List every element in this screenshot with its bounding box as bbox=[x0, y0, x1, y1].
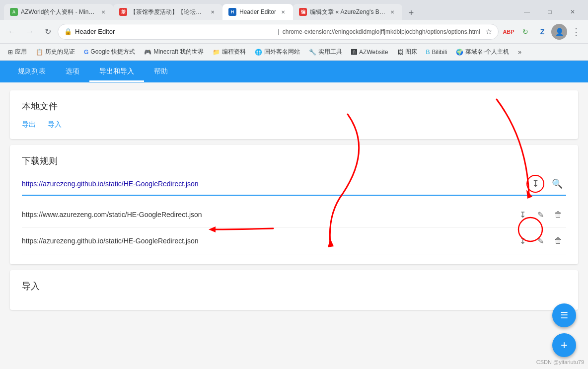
domain-favicon: 🌍 bbox=[456, 49, 463, 56]
url-text: chrome-extension://eningockdidmgiojffjmk… bbox=[283, 28, 482, 35]
local-file-title: 本地文件 bbox=[22, 100, 566, 112]
bookmark-domain[interactable]: 🌍 菜域名-个人主机 bbox=[452, 46, 513, 58]
imgbed-favicon: 🖼 bbox=[397, 49, 403, 56]
bookmark-label-google: Google 快捷方式 bbox=[90, 48, 135, 56]
bookmark-label-azwebsite: AZWebsite bbox=[359, 49, 388, 56]
bookmark-label-mc: Minecraft 我的世界 bbox=[153, 48, 204, 56]
url-bar[interactable]: 🔒 Header Editor | chrome-extension://eni… bbox=[58, 24, 499, 40]
bookmark-star-icon[interactable]: ☆ bbox=[485, 27, 492, 36]
minimize-button[interactable]: — bbox=[515, 4, 538, 20]
bookmark-foreign[interactable]: 🌐 国外客名网站 bbox=[251, 46, 304, 58]
import-title: 导入 bbox=[22, 280, 566, 292]
bookmark-label-imgbed: 图床 bbox=[405, 48, 417, 56]
nav-help-label: 帮助 bbox=[154, 67, 168, 75]
bookmark-azwebsite[interactable]: 🅰 AZWebsite bbox=[347, 47, 392, 58]
download-rules-title: 下载规则 bbox=[22, 155, 566, 167]
tab-label-4: 编辑文章 « AzureZeng's Blog -... bbox=[310, 8, 385, 16]
new-tab-button[interactable]: + bbox=[404, 6, 418, 20]
nav-importexport[interactable]: 导出和导入 bbox=[89, 61, 144, 82]
fab-list-button[interactable]: ☰ bbox=[552, 303, 576, 327]
tab-favicon-1: A bbox=[10, 8, 18, 16]
rule-delete-btn-2[interactable]: 🗑 bbox=[550, 233, 566, 249]
tab-chaguan[interactable]: 茶 【茶馆季度活动】【论坛教程组... ✕ bbox=[113, 4, 222, 20]
fab-add-button[interactable]: + bbox=[552, 333, 576, 357]
bilibili-favicon: B bbox=[426, 49, 430, 56]
bookmark-label-apps: 应用 bbox=[15, 48, 27, 56]
bookmark-bilibili[interactable]: B Bilibili bbox=[422, 47, 451, 58]
bookmark-label-prog: 编程资料 bbox=[222, 48, 246, 56]
bookmark-history[interactable]: 📋 历史的见证 bbox=[32, 46, 79, 58]
export-button[interactable]: 导出 bbox=[22, 120, 36, 129]
tab-header-editor[interactable]: H Header Editor ✕ bbox=[222, 4, 293, 20]
download-url-row: ↧ 🔍 bbox=[22, 175, 566, 196]
bookmark-minecraft[interactable]: 🎮 Minecraft 我的世界 bbox=[140, 46, 208, 58]
fab-container: ☰ + bbox=[552, 303, 576, 357]
toolbar-icons: ABP ↻ Z 👤 ⋮ bbox=[501, 24, 584, 40]
rule-edit-btn-2[interactable]: ✎ bbox=[532, 233, 548, 249]
nav-importexport-label: 导出和导入 bbox=[99, 67, 134, 75]
chrome-profile-avatar[interactable]: 👤 bbox=[551, 24, 567, 40]
tab-label-3: Header Editor bbox=[239, 8, 276, 15]
extension-icon-2[interactable]: ↻ bbox=[517, 24, 533, 40]
tab-azurezeng-blog[interactable]: 编 编辑文章 « AzureZeng's Blog -... ✕ bbox=[293, 4, 402, 20]
abp-extension-icon[interactable]: ABP bbox=[501, 24, 516, 40]
download-url-input[interactable] bbox=[22, 178, 522, 190]
foreign-favicon: 🌐 bbox=[255, 49, 262, 56]
nav-rules[interactable]: 规则列表 bbox=[8, 61, 56, 82]
header-editor-icon[interactable]: Z bbox=[534, 24, 550, 40]
maximize-button[interactable]: □ bbox=[538, 4, 561, 20]
tab-close-2[interactable]: ✕ bbox=[209, 8, 217, 16]
chrome-menu-button[interactable]: ⋮ bbox=[568, 24, 584, 40]
tab-favicon-3: H bbox=[228, 8, 236, 16]
tab-favicon-2: 茶 bbox=[119, 8, 127, 16]
forward-button[interactable]: → bbox=[22, 24, 38, 40]
close-button[interactable]: ✕ bbox=[561, 4, 584, 20]
tab-close-3[interactable]: ✕ bbox=[279, 8, 287, 16]
apps-icon: ⊞ bbox=[8, 49, 13, 56]
import-button[interactable]: 导入 bbox=[48, 120, 62, 129]
nav-options[interactable]: 选项 bbox=[56, 61, 89, 82]
programming-favicon: 📁 bbox=[213, 49, 220, 56]
bookmark-tools[interactable]: 🔧 实用工具 bbox=[305, 46, 346, 58]
tab-azworld[interactable]: A AZWorld的个人资料 - Minecra... ✕ bbox=[4, 4, 113, 20]
tab-favicon-4: 编 bbox=[299, 8, 307, 16]
local-file-actions: 导出 导入 bbox=[22, 120, 566, 129]
main-content: 本地文件 导出 导入 下载规则 ↧ 🔍 https://www.azurezen… bbox=[0, 82, 588, 369]
mc-favicon: 🎮 bbox=[144, 49, 151, 56]
download-rules-card: 下载规则 ↧ 🔍 https://www.azurezeng.com/stati… bbox=[10, 145, 578, 264]
search-download-button[interactable]: 🔍 bbox=[548, 175, 566, 193]
azwebsite-favicon: 🅰 bbox=[351, 49, 357, 56]
address-bar: ← → ↻ 🔒 Header Editor | chrome-extension… bbox=[0, 20, 588, 44]
nav-help[interactable]: 帮助 bbox=[144, 61, 178, 82]
rule-actions-2: ↧ ✎ 🗑 bbox=[514, 233, 566, 249]
bookmark-label-bilibili: Bilibili bbox=[432, 49, 447, 56]
download-button[interactable]: ↧ bbox=[526, 175, 544, 193]
tab-close-4[interactable]: ✕ bbox=[388, 8, 396, 16]
tab-close-1[interactable]: ✕ bbox=[99, 8, 107, 16]
reload-button[interactable]: ↻ bbox=[40, 24, 56, 40]
bookmark-imgbed[interactable]: 🖼 图床 bbox=[393, 46, 421, 58]
bookmarks-more[interactable]: » bbox=[514, 47, 525, 58]
bookmark-programming[interactable]: 📁 编程资料 bbox=[209, 46, 250, 58]
csdn-username: @yitariutu79 bbox=[553, 359, 584, 365]
rule-actions-1: ↧ ✎ 🗑 bbox=[514, 207, 566, 222]
window-controls: — □ ✕ bbox=[515, 4, 584, 20]
bookmark-label-foreign: 国外客名网站 bbox=[264, 48, 300, 56]
rule-delete-btn-1[interactable]: 🗑 bbox=[550, 207, 566, 222]
site-name: Header Editor bbox=[75, 28, 275, 35]
rule-url-2: https://azurezeng.github.io/static/HE-Go… bbox=[22, 237, 514, 245]
url-separator: | bbox=[278, 28, 279, 35]
back-button[interactable]: ← bbox=[4, 24, 20, 40]
tab-bar: A AZWorld的个人资料 - Minecra... ✕ 茶 【茶馆季度活动】… bbox=[0, 0, 588, 20]
rule-row-1: https://www.azurezeng.com/static/HE-Goog… bbox=[22, 202, 566, 228]
rule-download-btn-2[interactable]: ↧ bbox=[514, 233, 530, 249]
rule-url-1: https://www.azurezeng.com/static/HE-Goog… bbox=[22, 211, 514, 219]
import-card: 导入 bbox=[10, 270, 578, 310]
tab-label-2: 【茶馆季度活动】【论坛教程组... bbox=[130, 8, 206, 16]
rule-row-2: https://azurezeng.github.io/static/HE-Go… bbox=[22, 228, 566, 254]
bookmark-google[interactable]: G Google 快捷方式 bbox=[80, 46, 139, 58]
history-favicon: 📋 bbox=[36, 49, 43, 56]
rule-edit-btn-1[interactable]: ✎ bbox=[532, 207, 548, 222]
bookmark-apps[interactable]: ⊞ 应用 bbox=[4, 46, 31, 58]
rule-download-btn-1[interactable]: ↧ bbox=[514, 207, 530, 222]
